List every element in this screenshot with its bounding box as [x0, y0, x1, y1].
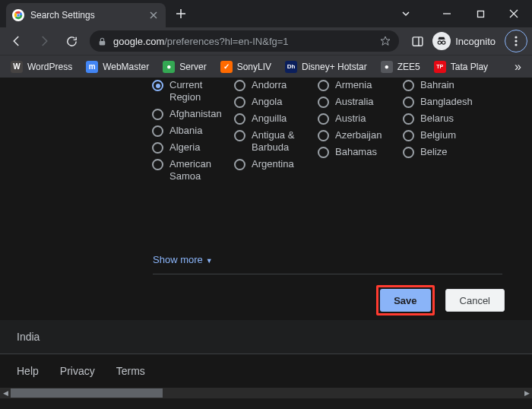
- region-option[interactable]: Bangladesh: [403, 96, 486, 108]
- region-option[interactable]: Austria: [318, 113, 403, 125]
- bookmark-item[interactable]: mWebMaster: [80, 58, 155, 76]
- region-option[interactable]: Antigua & Barbuda: [234, 129, 318, 154]
- tab-title: Search Settings: [30, 10, 144, 21]
- bookmarks-overflow-icon[interactable]: »: [508, 60, 527, 74]
- radio-icon: [152, 125, 163, 137]
- nav-back-icon[interactable]: [5, 29, 29, 53]
- region-option[interactable]: Afghanistan: [152, 108, 234, 120]
- radio-icon: [234, 159, 245, 170]
- footer-link-terms[interactable]: Terms: [116, 365, 145, 377]
- radio-icon: [234, 97, 245, 108]
- region-option[interactable]: Algeria: [152, 141, 234, 154]
- google-favicon: [12, 9, 24, 21]
- lock-icon: [97, 36, 107, 46]
- radio-icon: [403, 147, 414, 158]
- radio-icon: [152, 159, 163, 170]
- radio-icon: [234, 130, 245, 141]
- region-option[interactable]: American Samoa: [152, 158, 234, 182]
- radio-icon: [403, 80, 414, 91]
- url-input[interactable]: google.com/preferences?hl=en-IN&fg=1: [90, 30, 399, 52]
- svg-point-7: [442, 41, 445, 44]
- region-option[interactable]: Belgium: [403, 129, 486, 141]
- radio-icon: [403, 130, 414, 141]
- zee5-icon: ●: [381, 61, 393, 73]
- region-option[interactable]: Bahrain: [403, 79, 486, 91]
- side-panel-icon[interactable]: [405, 29, 429, 53]
- svg-rect-4: [100, 40, 106, 44]
- region-option[interactable]: Australia: [318, 96, 403, 108]
- tataplay-icon: TP: [434, 61, 446, 73]
- new-tab-button[interactable]: [170, 3, 192, 24]
- save-button[interactable]: Save: [380, 289, 430, 312]
- region-option[interactable]: Anguilla: [234, 113, 318, 125]
- region-option[interactable]: Albania: [152, 125, 234, 137]
- bookmark-item[interactable]: DhDisney+ Hotstar: [279, 58, 373, 76]
- window-maximize-icon[interactable]: [464, 2, 497, 26]
- region-option[interactable]: Armenia: [318, 79, 403, 91]
- divider: [153, 274, 502, 274]
- radio-icon: [318, 113, 329, 125]
- radio-icon: [234, 80, 245, 91]
- radio-icon: [318, 97, 329, 108]
- svg-point-10: [515, 43, 517, 46]
- browser-menu-icon[interactable]: [505, 30, 527, 52]
- page-footer: India Help Privacy Terms: [0, 320, 532, 388]
- radio-icon: [234, 113, 245, 125]
- radio-icon: [318, 130, 329, 141]
- region-option[interactable]: Belize: [403, 146, 486, 158]
- tab-search-icon[interactable]: [389, 2, 423, 26]
- url-text: google.com/preferences?hl=en-IN&fg=1: [113, 36, 289, 47]
- region-option[interactable]: Azerbaijan: [318, 129, 403, 141]
- window-titlebar: Search Settings: [0, 0, 532, 27]
- hotstar-icon: Dh: [285, 61, 297, 73]
- footer-link-privacy[interactable]: Privacy: [60, 365, 95, 377]
- incognito-label: Incognito: [455, 36, 496, 47]
- radio-icon: [403, 97, 414, 108]
- svg-rect-3: [477, 11, 483, 17]
- radio-icon: [318, 147, 329, 158]
- radio-icon: [403, 113, 414, 125]
- show-more-link[interactable]: Show more▼: [153, 254, 213, 265]
- window-minimize-icon[interactable]: [430, 2, 464, 26]
- page-content: Current Region Afghanistan Albania Alger…: [0, 78, 532, 398]
- radio-icon: [152, 142, 163, 154]
- incognito-icon: [432, 32, 451, 50]
- scroll-right-icon[interactable]: ▶: [521, 388, 532, 398]
- svg-point-2: [17, 14, 20, 17]
- bookmark-item[interactable]: WWordPress: [5, 58, 78, 76]
- bookmark-item[interactable]: TPTata Play: [428, 58, 494, 76]
- bookmark-star-icon[interactable]: [379, 35, 391, 47]
- region-option[interactable]: Andorra: [234, 79, 318, 91]
- window-close-icon[interactable]: [497, 2, 530, 26]
- scroll-left-icon[interactable]: ◀: [0, 388, 11, 398]
- save-highlight: Save: [376, 285, 434, 315]
- wordpress-icon: W: [11, 61, 23, 73]
- browser-tab[interactable]: Search Settings: [6, 3, 166, 27]
- svg-point-9: [515, 40, 517, 42]
- svg-rect-5: [413, 36, 423, 45]
- svg-point-8: [515, 36, 517, 38]
- bookmark-item[interactable]: ●Server: [157, 58, 212, 76]
- region-option[interactable]: Angola: [234, 96, 318, 108]
- footer-link-help[interactable]: Help: [17, 365, 39, 377]
- cancel-button[interactable]: Cancel: [445, 289, 505, 312]
- server-icon: ●: [163, 61, 175, 73]
- tab-close-icon[interactable]: [147, 9, 160, 21]
- region-option[interactable]: Current Region: [152, 79, 234, 103]
- footer-country: India: [0, 320, 532, 354]
- svg-point-6: [438, 41, 441, 44]
- nav-reload-icon[interactable]: [59, 29, 84, 53]
- webmaster-icon: m: [86, 61, 98, 73]
- scrollbar-thumb[interactable]: [11, 388, 163, 398]
- region-option[interactable]: Belarus: [403, 113, 486, 125]
- horizontal-scrollbar[interactable]: ◀ ▶: [0, 388, 532, 398]
- radio-icon: [318, 80, 329, 91]
- region-option[interactable]: Bahamas: [318, 146, 403, 158]
- address-bar: google.com/preferences?hl=en-IN&fg=1 Inc…: [0, 27, 532, 55]
- region-option[interactable]: Argentina: [234, 158, 318, 170]
- incognito-indicator[interactable]: Incognito: [432, 32, 496, 50]
- radio-icon: [152, 109, 163, 120]
- bookmark-item[interactable]: ●ZEE5: [375, 58, 426, 76]
- bookmark-item[interactable]: ✓SonyLIV: [214, 58, 277, 76]
- nav-forward-icon[interactable]: [32, 29, 56, 53]
